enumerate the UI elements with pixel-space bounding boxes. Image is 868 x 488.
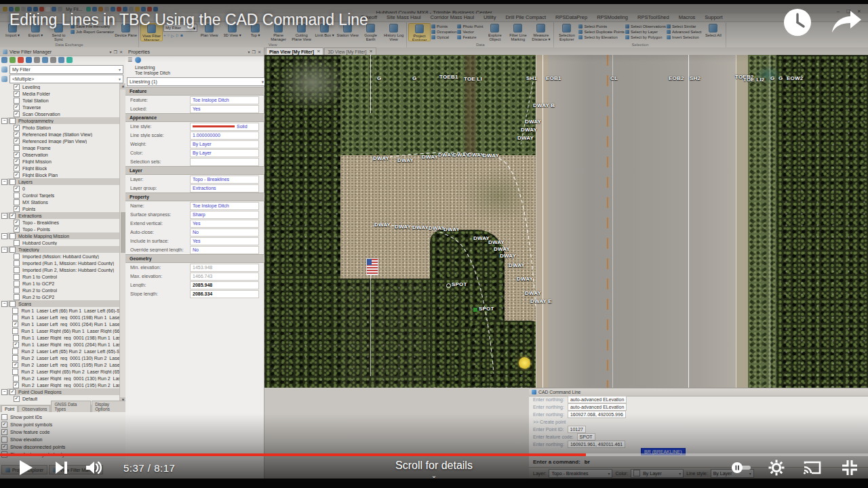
points-button[interactable]: Points [431,24,456,28]
tree-item-run-1-to-control[interactable]: Run 1 to Control [0,273,119,280]
property-value[interactable]: Yes [190,220,259,228]
tree-item-run-1-laser-right-reg-0001-198-run-1-laser[interactable]: Run 1_Laser Right_reg_0001 (198) Run 1_L… [0,334,119,341]
tab-close-icon[interactable]: ✕ [369,49,372,54]
tree-checkbox[interactable]: ✓ [14,172,20,178]
collapse-icon[interactable]: − [1,179,7,185]
selection-select[interactable]: <Multiple>▾ [9,75,123,83]
invert-selection-button[interactable]: Invert Selection [667,35,702,39]
tree-group-extractions[interactable]: −✓Extractions [0,212,119,219]
hide-all-icon[interactable] [42,57,48,63]
tree-checkbox[interactable]: ✓ [13,382,19,388]
tree-item-imported-run-1-mission-hubbard-county[interactable]: Imported (Run 1, Mission: Hubbard County… [0,260,119,266]
plan-view-canvas[interactable]: GGTOEB1TOE LISH1EOB1CLEOB2SH2TOEB2TOE LI… [264,55,868,388]
filter-mini-icon[interactable]: + [163,33,166,38]
tree-checkbox[interactable] [14,145,20,151]
property-value[interactable]: 2085.948 [190,281,259,289]
option-tab-display-options[interactable]: Display Options [92,401,127,412]
options-icon[interactable] [66,57,73,63]
view-tab-plan-view-my-filter[interactable]: Plan View [My Filter]✕ [266,47,323,55]
tree-item-run-1-laser-left-66-run-1-laser-left-66-scan[interactable]: Run 1_Laser Left (66) Run 1_Laser Left (… [0,307,119,314]
menu-tab-corridor-mass-haul[interactable]: Corridor Mass Haul [430,14,474,20]
tree-item-run-2-laser-left-reg-0001-195-run-2-laser-le[interactable]: ✓Run 2_Laser Left_reg_0001 (195) Run 2_L… [0,361,119,368]
selection-explorer-button[interactable]: Selection Explorer [555,23,578,41]
tree-checkbox[interactable]: ✓ [14,138,20,144]
menu-tab-rpsmodeling[interactable]: RPSModeling [597,14,628,20]
collapse-icon[interactable]: − [1,118,7,124]
collapse-icon[interactable]: − [1,247,7,253]
property-value[interactable]: Extractions [190,184,259,192]
isolate-icon[interactable] [58,57,64,63]
option-checkbox[interactable]: ✓ [1,444,7,450]
collapse-icon[interactable]: − [1,233,7,239]
tree-item-run-2-laser-right-65-run-2-laser-right-65-sc[interactable]: Run 2_Laser Right (65) Run 2_Laser Right… [0,368,119,375]
tree-item-photo-station[interactable]: ✓Photo Station [0,124,119,131]
tree-item-hubbard-county[interactable]: Hubbard County [0,239,119,246]
tree-item-flight-mission[interactable]: ✓Flight Mission [0,158,119,165]
collapse-icon[interactable]: − [1,301,7,307]
select-points-button[interactable]: Select Points [578,24,625,28]
view-tab-3d-view-my-filter[interactable]: 3D View [My Filter]✕ [324,47,376,55]
tree-checkbox[interactable] [9,179,16,185]
property-value[interactable]: By Layer [190,140,259,148]
tree-item-control-targets[interactable]: Control Targets [0,192,119,199]
occupation-button[interactable]: Occupation [431,29,456,34]
props-refresh-icon[interactable] [135,57,141,63]
copy-filter-icon[interactable] [9,57,16,63]
collapse-icon[interactable]: − [1,213,7,219]
option-tab-gnss-data-types[interactable]: GNSS Data Types [51,401,91,412]
option-show-feature-code[interactable]: ✓Show feature code [1,428,123,436]
tree-checkbox[interactable] [14,240,20,246]
tree-checkbox[interactable] [14,287,20,293]
tree-item-run-1-laser-left-reg-0001-198-run-1-laser-le[interactable]: Run 1_Laser Left_reg_0001 (198) Run 1_La… [0,314,119,321]
tree-item-observation[interactable]: ✓Observation [0,151,119,158]
tree-item-flight-block-plan[interactable]: ✓Flight Block Plan [0,171,119,178]
explore-object-button[interactable]: Explore Object [484,23,506,41]
show-all-icon[interactable] [34,57,40,63]
property-value[interactable]: 1.000000000 [190,131,259,140]
section-appearance[interactable]: Appearance [125,113,264,122]
tree-item-run-1-laser-right-reg-0001-264-run-1-laser[interactable]: ✓Run 1_Laser Right_reg_0001 (264) Run 1_… [0,341,119,348]
menu-tab-utility[interactable]: Utility [484,14,496,20]
filter-line-marking-button[interactable]: Filter Line Marking [507,23,529,41]
menu-tab-site-mass-haul[interactable]: Site Mass Haul [387,14,420,20]
tree-checkbox[interactable]: ✓ [14,206,20,212]
tree-checkbox[interactable] [12,308,18,314]
option-show-disconnected-points[interactable]: ✓Show disconnected points [1,443,123,451]
tree-item-image-frame[interactable]: Image Frame [0,144,119,151]
tree-checkbox[interactable]: ✓ [14,165,20,171]
tree-checkbox[interactable]: ✓ [14,152,20,158]
select-by-elevation-button[interactable]: Select by Elevation [578,35,625,39]
tree-item-points[interactable]: ✓Points [0,205,119,212]
filter-mini-icon[interactable]: ■ [180,33,183,38]
section-feature[interactable]: Feature [125,87,264,96]
tree-item-run-2-laser-right-reg-0001-195-run-2-laser[interactable]: ✓Run 2_Laser Right_reg_0001 (195) Run 2_… [0,382,119,388]
select-observations-button[interactable]: Select Observations [625,24,666,28]
tree-checkbox[interactable] [12,369,18,375]
select-by-polygon-button[interactable]: Select by Polygon [625,35,666,39]
tree-item-mx-stations[interactable]: MX Stations [0,199,119,205]
option-show-point-symbols[interactable]: ✓Show point symbols [1,421,123,428]
tree-item-referenced-image-plan-view[interactable]: ✓Referenced Image (Plan View) [0,138,119,144]
tree-item-run-1-to-gcp2[interactable]: Run 1 to GCP2 [0,280,119,287]
tree-item-leveling[interactable]: ✓Leveling [0,83,119,90]
property-value[interactable]: Yes [190,237,259,245]
tree-checkbox[interactable] [14,267,20,273]
option-tab-point[interactable]: Point [1,405,18,412]
tree-checkbox[interactable]: ✓ [14,104,20,110]
tree-checkbox[interactable] [12,328,18,334]
tree-checkbox[interactable] [14,192,20,199]
filter-mini-icon[interactable]: ○ [167,33,170,38]
tree-checkbox[interactable]: ✓ [14,91,20,97]
add-icon[interactable] [26,57,32,63]
tree-item-flight-block[interactable]: ✓Flight Block [0,165,119,171]
tree-checkbox[interactable]: ✓ [14,111,20,117]
tree-item-traverse[interactable]: ✓Traverse [0,104,119,110]
tree-checkbox[interactable] [12,355,18,361]
tree-item-imported-run-2-mission-hubbard-county[interactable]: Imported (Run 2, Mission: Hubbard County… [0,266,119,273]
option-tab-observations[interactable]: Observations [18,405,50,412]
tree-checkbox[interactable] [12,314,18,321]
option-checkbox[interactable]: ✓ [1,429,7,435]
tree-group-photogrammetry[interactable]: −Photogrammetry [0,117,119,124]
video-progress-bar[interactable] [0,453,868,456]
tree-checkbox[interactable] [14,253,20,260]
